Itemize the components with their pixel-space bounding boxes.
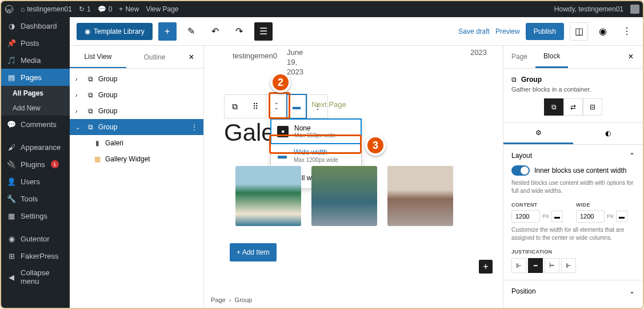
save-draft-button[interactable]: Save draft [458, 27, 490, 35]
tab-page[interactable]: Page [503, 46, 535, 68]
appearance-icon: 🖌 [7, 142, 16, 152]
updates[interactable]: ↻ 1 [79, 5, 91, 13]
fakerpress-icon: ⊞ [7, 251, 16, 260]
gutentor-icon: ◉ [7, 234, 16, 243]
avatar[interactable] [630, 5, 639, 14]
undo-button[interactable]: ↶ [206, 22, 225, 41]
add-item-button[interactable]: + Add Item [230, 243, 277, 262]
menu-gutentor[interactable]: ◉Gutentor [1, 230, 70, 247]
template-icon: ◉ [85, 27, 90, 35]
view-page[interactable]: View Page [146, 5, 178, 13]
submenu-allpages[interactable]: All Pages [1, 86, 70, 101]
tree-group-3[interactable]: ›⧉Group [70, 103, 203, 119]
wp-logo[interactable] [5, 5, 14, 14]
listview-toggle[interactable]: ☰ [254, 22, 273, 41]
tab-listview[interactable]: List View [70, 46, 126, 68]
gallery-image-3[interactable] [387, 166, 453, 226]
layout-panel-toggle[interactable]: Layout⌃ [511, 152, 635, 160]
align-none[interactable]: ▪ NoneMax 650px wide [270, 118, 362, 144]
align-button[interactable]: ▬ [286, 94, 307, 119]
tab-outline[interactable]: Outline [126, 46, 183, 68]
menu-appearance[interactable]: 🖌Appearance [1, 138, 70, 156]
post-date: June 19, 2023 [287, 48, 303, 77]
content-align-icon[interactable]: ▬ [551, 211, 563, 222]
align-wide-icon: ▬ [277, 150, 288, 161]
group-icon: ⧉ [86, 122, 95, 132]
admin-menu: ◑Dashboard 📌Posts 🎵Media ▤Pages All Page… [1, 17, 70, 308]
group-icon: ⧉ [86, 90, 95, 100]
heading-icon: ▮ [93, 138, 102, 148]
variation-row[interactable]: ⇄ [563, 98, 583, 116]
editor-toolbar: ◉Template Library + ✎ ↶ ↷ ☰ Save draft P… [70, 17, 643, 46]
variation-group[interactable]: ⧉ [544, 98, 563, 116]
group-icon: ⧉ [511, 76, 517, 84]
menu-users[interactable]: 👤Users [1, 173, 70, 190]
add-block-button[interactable]: + [158, 22, 177, 41]
align-wide[interactable]: ▬ Wide widthMax 1200px wide [271, 144, 361, 167]
chevron-up-icon: ⌃ [629, 152, 635, 160]
comments-icon: 💬 [7, 120, 16, 129]
annotation-2: 2 [270, 72, 291, 93]
menu-pages[interactable]: ▤Pages [1, 69, 70, 86]
menu-plugins[interactable]: 🔌Plugins1 [1, 156, 70, 173]
options-button[interactable]: ⋮ [618, 22, 636, 41]
tab-settings-gear[interactable]: ⚙ [503, 123, 573, 144]
gallery-image-1[interactable] [235, 166, 301, 226]
editor-canvas: 2023 testingemen0 June 19, 2023 ⧉ ⠿ ⌃⌄ ▬… [204, 46, 503, 308]
menu-comments[interactable]: 💬Comments [1, 116, 70, 133]
edit-mode-button[interactable]: ✎ [182, 22, 201, 41]
menu-posts[interactable]: 📌Posts [1, 34, 70, 52]
publish-button[interactable]: Publish [526, 23, 564, 40]
redo-button[interactable]: ↷ [230, 22, 249, 41]
justify-center[interactable]: ━ [528, 258, 543, 273]
menu-media[interactable]: 🎵Media [1, 52, 70, 69]
move-buttons[interactable]: ⌃⌄ [266, 95, 286, 118]
tree-galeri[interactable]: ▮Galeri [70, 135, 203, 151]
howdy[interactable]: Howdy, testingemen01 [554, 5, 623, 13]
gutentor-toolbar-icon[interactable]: ◉ [594, 22, 612, 41]
next-page-link[interactable]: Next Page [311, 100, 346, 109]
template-library-button[interactable]: ◉Template Library [77, 23, 153, 40]
view-toggle[interactable]: ◫ [570, 22, 588, 41]
wide-align-icon[interactable]: ▬ [616, 211, 627, 222]
menu-fakerpress[interactable]: ⊞FakerPress [1, 247, 70, 264]
justify-space[interactable]: ⊩ [561, 258, 576, 273]
site-name[interactable]: ⌂ testingemen01 [21, 5, 72, 13]
tree-group-2[interactable]: ›⧉Group [70, 87, 203, 103]
tree-group-4[interactable]: ⌄⧉Group⋮ [70, 119, 203, 135]
align-none-icon: ▪ [277, 126, 289, 137]
comments-bubble[interactable]: 💬 0 [98, 5, 113, 13]
gallery [235, 166, 453, 226]
inner-blocks-toggle[interactable] [511, 165, 530, 176]
position-panel-toggle[interactable]: Position⌄ [511, 287, 635, 295]
close-listview[interactable]: × [183, 46, 200, 68]
block-type-button[interactable]: ⧉ [225, 95, 245, 118]
tree-gallery-widget[interactable]: ▦Gallery Widget [70, 151, 203, 167]
annotation-3: 3 [365, 135, 386, 156]
tab-block[interactable]: Block [535, 46, 568, 68]
submenu-addnew[interactable]: Add New [1, 101, 70, 116]
wide-width-input[interactable] [576, 210, 605, 223]
tab-styles[interactable]: ◐ [573, 123, 643, 144]
post-date-year: 2023 [470, 48, 487, 57]
drag-handle[interactable]: ⠿ [245, 95, 266, 118]
tree-group-1[interactable]: ›⧉Group [70, 71, 203, 87]
media-icon: 🎵 [7, 56, 16, 65]
pages-icon: ▤ [7, 73, 16, 82]
variation-stack[interactable]: ⊟ [583, 98, 602, 116]
close-sidebar[interactable]: × [622, 46, 639, 68]
breadcrumb[interactable]: Page › Group [211, 296, 252, 303]
menu-dashboard[interactable]: ◑Dashboard [1, 17, 70, 34]
justify-right[interactable]: ⊢ [545, 258, 559, 273]
menu-tools[interactable]: 🔧Tools [1, 190, 70, 207]
gallery-image-2[interactable] [311, 166, 377, 226]
add-block-inline[interactable]: + [479, 260, 493, 274]
collapse-menu[interactable]: ◀Collapse menu [1, 264, 70, 290]
justify-left[interactable]: ⊩ [511, 258, 526, 273]
preview-button[interactable]: Preview [495, 27, 520, 35]
menu-settings[interactable]: ▦Settings [1, 207, 70, 224]
new-content[interactable]: + New [119, 5, 139, 13]
collapse-icon: ◀ [7, 272, 16, 282]
list-view-panel: List View Outline × ›⧉Group ›⧉Group ›⧉Gr… [70, 46, 204, 308]
content-width-input[interactable] [511, 210, 540, 223]
